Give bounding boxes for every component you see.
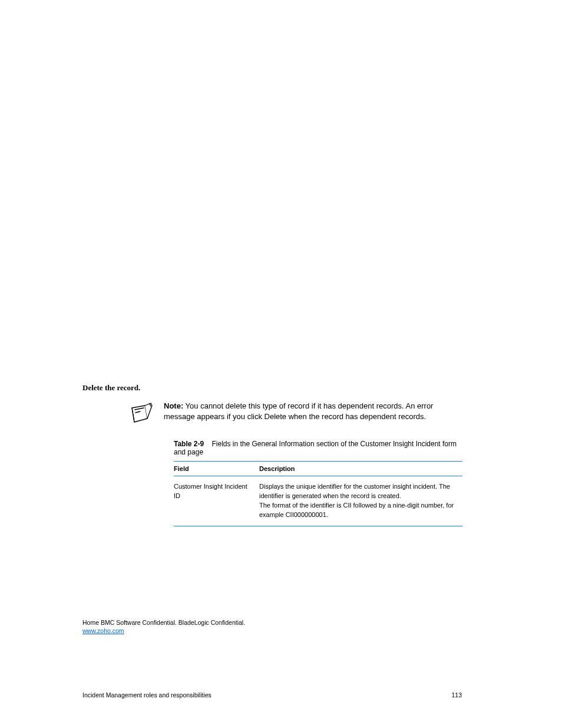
running-head-url[interactable]: www.zoho.com xyxy=(82,627,124,634)
table-row: Customer Insight Incident ID Displays th… xyxy=(174,476,462,526)
table-caption-text: Fields in the General Information sectio… xyxy=(174,440,457,456)
note-body: You cannot delete this type of record if… xyxy=(164,401,433,421)
note-block: Note: You cannot delete this type of rec… xyxy=(128,401,462,426)
footer-section-title: Incident Management roles and responsibi… xyxy=(82,691,211,699)
table-header-description: Description xyxy=(259,462,462,476)
fields-table: Field Description Customer Insight Incid… xyxy=(174,461,462,526)
page-footer: Incident Management roles and responsibi… xyxy=(0,691,562,699)
footer-page-number: 113 xyxy=(451,691,462,699)
table-header-field: Field xyxy=(174,462,259,476)
numbered-step-heading: Delete the record. xyxy=(82,383,462,393)
running-head-line1: Home BMC Software Confidential. BladeLog… xyxy=(82,619,462,626)
table-caption: Table 2-9 Fields in the General Informat… xyxy=(174,440,462,456)
note-icon xyxy=(128,401,164,426)
table-cell-field: Customer Insight Incident ID xyxy=(174,476,259,526)
note-text: Note: You cannot delete this type of rec… xyxy=(164,401,462,422)
note-label: Note: xyxy=(164,401,183,410)
table-caption-number: Table 2-9 xyxy=(174,440,204,448)
table-cell-description: Displays the unique identifier for the c… xyxy=(259,476,462,526)
running-head: Home BMC Software Confidential. BladeLog… xyxy=(0,619,562,634)
